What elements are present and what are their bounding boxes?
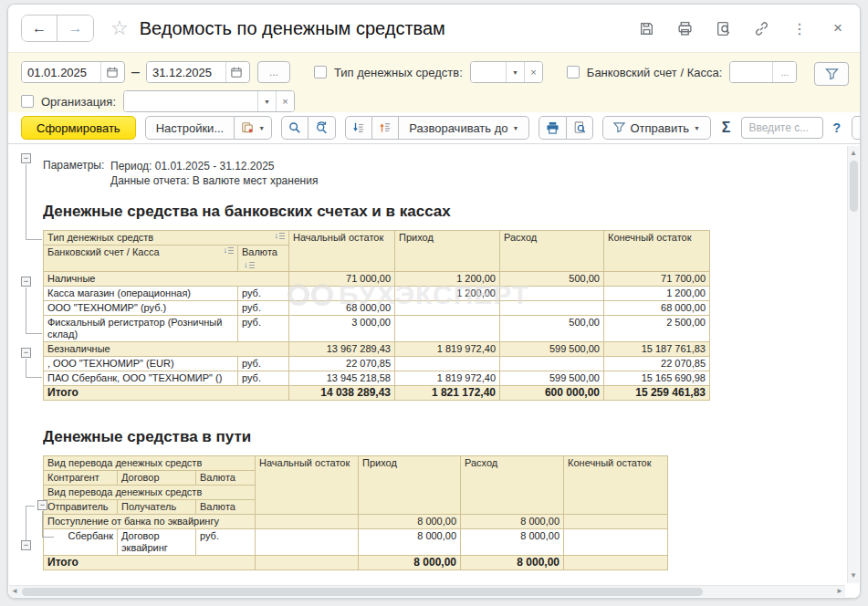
expand-groups-button[interactable] [372,116,399,140]
currency-cell[interactable]: руб. [238,371,289,386]
account-cell[interactable]: , ООО "ТЕХНОМИР" (EUR) [44,357,238,371]
print-button[interactable] [539,116,567,140]
more-menu-icon[interactable]: ⋮ [790,19,809,37]
column-header-closing[interactable]: Конечный остаток [604,231,710,272]
print-icon[interactable] [675,19,694,37]
column-header-income[interactable]: Приход [395,231,500,272]
account-cell[interactable]: ООО "ТЕХНОМИР" (руб.) [44,301,238,316]
contract-cell[interactable]: Договор эквайринг [118,529,196,556]
date-from-input[interactable] [22,62,100,82]
sort-icon[interactable]: ↓ [244,261,255,269]
vertical-scroll-thumb[interactable] [850,161,858,212]
sort-icon[interactable]: ↓ [275,232,286,240]
group-expander[interactable]: − [21,348,31,358]
group-cell[interactable]: Безналичные [44,342,289,357]
date-to-input[interactable] [147,62,225,82]
currency-cell[interactable]: руб. [238,301,289,316]
vertical-scrollbar[interactable]: ▲ ▼ [847,146,859,583]
opening-cell[interactable] [289,287,395,301]
type-filter-input[interactable] [471,62,506,82]
period-more-button[interactable]: ... [257,61,290,83]
settings-button[interactable]: Настройки... [145,116,235,140]
expense-cell[interactable] [500,301,604,316]
column-header[interactable]: Валюта [196,500,256,515]
closing-cell[interactable]: 1 200,00 [604,287,710,301]
closing-cell[interactable]: 15 187 761,83 [604,342,710,357]
expense-cell[interactable]: 599 500,00 [500,342,604,357]
closing-cell[interactable] [564,556,668,570]
income-cell[interactable] [395,301,500,316]
calendar-icon[interactable] [225,62,247,82]
opening-cell[interactable]: 71 000,00 [289,272,395,287]
org-filter-input[interactable] [124,91,257,111]
expense-cell[interactable]: 8 000,00 [461,515,564,529]
back-button[interactable]: ← [22,16,58,41]
opening-cell[interactable]: 13 945 218,58 [289,371,395,386]
income-cell[interactable] [395,357,500,371]
horizontal-scroll-thumb[interactable] [22,588,703,596]
expense-cell[interactable]: 599 500,00 [500,371,604,386]
column-header[interactable]: Получатель [118,500,196,515]
column-header-transfer-kind[interactable]: Вид перевода денежных средств [44,486,256,500]
group-cell[interactable]: Поступление от банка по эквайрингу [44,515,256,529]
group-expander[interactable]: − [21,540,31,550]
account-filter-checkbox[interactable] [567,66,580,78]
find-button[interactable] [281,116,309,140]
closing-cell[interactable]: 71 700,00 [604,272,710,287]
income-cell[interactable]: 8 000,00 [359,529,461,556]
close-icon[interactable]: × [829,19,847,37]
favorite-star-icon[interactable]: ☆ [110,16,129,40]
clear-icon[interactable]: × [276,91,294,111]
send-button[interactable]: Отправить ▼ [602,116,710,140]
currency-cell[interactable]: руб. [238,287,289,301]
opening-cell[interactable]: 68 000,00 [289,301,395,316]
column-header-expense[interactable]: Расход [461,456,564,515]
org-filter-checkbox[interactable] [21,95,34,108]
cancel-find-button[interactable] [309,116,336,140]
expense-cell[interactable]: 500,00 [500,316,604,342]
opening-cell[interactable]: 14 038 289,43 [289,386,395,401]
calendar-icon[interactable] [100,62,122,82]
account-more-button[interactable]: ... [772,62,796,82]
scroll-down-icon[interactable]: ▼ [848,570,859,581]
filter-settings-button[interactable] [814,62,849,86]
print-preview-icon[interactable] [714,19,732,37]
quick-search-input[interactable] [741,117,823,139]
closing-cell[interactable]: 15 165 690,98 [604,371,710,386]
income-cell[interactable]: 1 819 972,40 [395,371,500,386]
group-expander[interactable]: − [21,277,31,287]
account-cell[interactable]: Касса магазин (операционная) [44,287,238,301]
column-header[interactable]: Договор [118,471,196,486]
income-cell[interactable]: 1 821 172,40 [395,386,500,401]
preview-button[interactable] [567,116,593,140]
chevron-down-icon[interactable]: ▼ [257,91,276,111]
group-expander[interactable]: − [21,153,31,163]
expense-cell[interactable]: 600 000,00 [500,386,604,401]
forward-button[interactable]: → [58,16,93,41]
group-expander[interactable]: − [37,500,47,510]
column-header-opening[interactable]: Начальный остаток [256,456,359,515]
currency-cell[interactable]: руб. [238,357,289,371]
expand-to-button[interactable]: Разворачивать до ▼ [399,116,529,140]
collapse-groups-button[interactable] [345,116,372,140]
column-header-income[interactable]: Приход [359,456,461,515]
column-header-account[interactable]: Банковский счет / Касса↓ [44,246,238,272]
column-header-type[interactable]: Тип денежных средств↓ [44,231,289,246]
income-cell[interactable]: 1 200,00 [395,272,500,287]
account-filter-input[interactable] [730,62,772,82]
save-icon[interactable] [637,19,655,37]
group-cell[interactable]: Наличные [44,272,289,287]
opening-cell[interactable]: 22 070,85 [289,357,395,371]
closing-cell[interactable]: 2 500,00 [604,316,710,342]
column-header[interactable]: Контрагент [44,471,118,486]
help-button[interactable]: ? [832,120,841,135]
opening-cell[interactable] [256,529,359,556]
total-cell[interactable]: Итого [44,386,289,401]
scroll-left-icon[interactable]: ◄ [9,586,20,597]
column-header-currency[interactable]: Валюта↓ [238,246,289,272]
generate-button[interactable]: Сформировать [21,116,136,140]
income-cell[interactable]: 1 819 972,40 [395,342,500,357]
scroll-up-icon[interactable]: ▲ [848,148,859,159]
chevron-down-icon[interactable]: ▼ [506,62,524,82]
type-filter-checkbox[interactable] [314,66,327,78]
